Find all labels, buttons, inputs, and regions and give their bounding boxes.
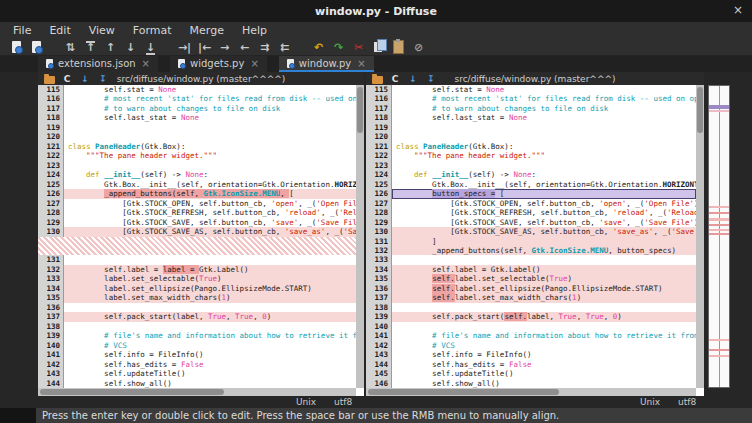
- code-line[interactable]: 140: [366, 322, 696, 331]
- code-line[interactable]: 116 # most recent 'stat' for files read …: [38, 94, 356, 103]
- code-line[interactable]: 146 self.show_all(): [366, 379, 696, 388]
- menu-edit[interactable]: Edit: [40, 22, 79, 39]
- menu-view[interactable]: View: [80, 22, 124, 39]
- code-line[interactable]: 118 self.last_stat = None: [38, 113, 356, 122]
- right-vertical-scrollbar[interactable]: [696, 85, 704, 388]
- open-file-icon[interactable]: [42, 73, 56, 85]
- code-line[interactable]: 123: [366, 161, 696, 170]
- close-window-icon[interactable]: ×: [733, 3, 743, 17]
- code-line[interactable]: 119: [38, 123, 356, 132]
- code-line[interactable]: 121class PaneHeader(Gtk.Box):: [38, 142, 356, 151]
- save-file-as-icon[interactable]: ↧: [424, 73, 438, 85]
- shift-pane-left-icon[interactable]: |←: [196, 40, 213, 55]
- code-line[interactable]: 128 [Gtk.STOCK_REFRESH, self.button_cb, …: [38, 208, 356, 217]
- copy-selection-left-icon[interactable]: ←: [236, 40, 253, 55]
- code-line[interactable]: 136: [38, 303, 356, 312]
- cut-icon[interactable]: ✂: [350, 40, 367, 55]
- code-line[interactable]: 143 self.info = FileInfo(): [366, 350, 696, 359]
- code-line[interactable]: 115 self.stat = None: [366, 85, 696, 94]
- code-line[interactable]: 128 [Gtk.STOCK_REFRESH, self.button_cb, …: [366, 208, 696, 217]
- code-line[interactable]: 117 # to warn about changes to file on d…: [366, 104, 696, 113]
- save-file-as-icon[interactable]: ↧: [96, 73, 110, 85]
- code-line[interactable]: 129 [Gtk.STOCK_SAVE, self.button_cb, 'sa…: [38, 218, 356, 227]
- code-line[interactable]: 143 self.updateTitle(): [38, 369, 356, 378]
- shift-pane-right-icon[interactable]: →|: [176, 40, 193, 55]
- menu-file[interactable]: File: [4, 22, 40, 39]
- tab-close-icon[interactable]: ×: [357, 58, 365, 69]
- left-vertical-scrollbar-thumb[interactable]: [357, 87, 363, 133]
- right-horizontal-scrollbar-thumb[interactable]: [368, 389, 559, 395]
- code-line[interactable]: 129 [Gtk.STOCK_SAVE, self.button_cb, 'sa…: [366, 218, 696, 227]
- paste-icon[interactable]: [390, 40, 407, 55]
- open-file-merge-icon[interactable]: [28, 40, 45, 55]
- realign-all-icon[interactable]: ⇅: [62, 40, 79, 55]
- code-line[interactable]: 137 self.label.set_max_width_chars(1): [366, 293, 696, 302]
- code-line[interactable]: 133 label.set_selectable(True): [38, 274, 356, 283]
- title-bar[interactable]: window.py - Diffuse ×: [0, 0, 752, 23]
- first-difference-icon[interactable]: ↑: [82, 40, 99, 55]
- left-vertical-scrollbar[interactable]: [356, 85, 364, 388]
- left-code-pane[interactable]: 115 self.stat = None116 # most recent 's…: [38, 85, 364, 396]
- code-line[interactable]: 130 [Gtk.STOCK_SAVE_AS, self.button_cb, …: [366, 227, 696, 236]
- undo-icon[interactable]: ↶: [310, 40, 327, 55]
- code-line[interactable]: 130 [Gtk.STOCK_SAVE_AS, self.button_cb, …: [38, 227, 356, 236]
- code-line[interactable]: 131: [38, 255, 356, 264]
- code-line[interactable]: 120: [366, 132, 696, 141]
- code-line[interactable]: 134 self.label = Gtk.Label(): [366, 265, 696, 274]
- last-difference-icon[interactable]: ↓: [142, 40, 159, 55]
- code-line[interactable]: 139 self.pack_start(self.label, True, Tr…: [366, 312, 696, 321]
- code-line[interactable]: 132 _append_buttons(self, Gtk.IconSize.M…: [366, 246, 696, 255]
- code-line[interactable]: 127 [Gtk.STOCK_OPEN, self.button_cb, 'op…: [366, 199, 696, 208]
- menu-format[interactable]: Format: [124, 22, 181, 39]
- code-line[interactable]: 141 # file's name and information about …: [366, 331, 696, 340]
- code-line[interactable]: 139 # file's name and information about …: [38, 331, 356, 340]
- code-line[interactable]: 117 # to warn about changes to file on d…: [38, 104, 356, 113]
- code-line[interactable]: 134 label.set_ellipsize(Pango.EllipsizeM…: [38, 284, 356, 293]
- right-vertical-scrollbar-thumb[interactable]: [697, 87, 703, 133]
- menu-merge[interactable]: Merge: [181, 22, 233, 39]
- merge-from-right-icon[interactable]: ⇇: [276, 40, 293, 55]
- code-line[interactable]: 141 self.info = FileInfo(): [38, 350, 356, 359]
- tab-close-icon[interactable]: ×: [250, 58, 258, 69]
- next-difference-icon[interactable]: ↓: [122, 40, 139, 55]
- code-line[interactable]: 131 ]: [366, 237, 696, 246]
- code-line[interactable]: 144 self.has_edits = False: [366, 360, 696, 369]
- code-line[interactable]: 137 self.pack_start(label, True, True, 0…: [38, 312, 356, 321]
- code-line[interactable]: 123: [38, 161, 356, 170]
- code-line[interactable]: 127 [Gtk.STOCK_OPEN, self.button_cb, 'op…: [38, 199, 356, 208]
- reload-file-icon[interactable]: C: [60, 73, 74, 85]
- code-line[interactable]: 144 self.show_all(): [38, 379, 356, 388]
- right-code-pane[interactable]: 115 self.stat = None116 # most recent 's…: [366, 85, 704, 396]
- left-horizontal-scrollbar[interactable]: [38, 388, 356, 396]
- code-line[interactable]: 132 self.label = label = Gtk.Label(): [38, 265, 356, 274]
- merge-from-left-icon[interactable]: ⇉: [256, 40, 273, 55]
- copy-icon[interactable]: [370, 40, 387, 55]
- code-line[interactable]: 145 self.updateTitle(): [366, 369, 696, 378]
- code-line[interactable]: 115 self.stat = None: [38, 85, 356, 94]
- left-horizontal-scrollbar-thumb[interactable]: [40, 389, 224, 395]
- code-line[interactable]: 125 Gtk.Box.__init__(self, orientation=G…: [366, 180, 696, 189]
- code-line[interactable]: 125 Gtk.Box.__init__(self, orientation=G…: [38, 180, 356, 189]
- menu-help[interactable]: Help: [233, 22, 276, 39]
- save-file-icon[interactable]: ↓: [406, 73, 420, 85]
- new-2way-merge-icon[interactable]: [8, 40, 25, 55]
- code-line[interactable]: 122 """The pane header widget.""": [38, 151, 356, 160]
- diff-overview-map[interactable]: [708, 85, 730, 388]
- redo-icon[interactable]: ↷: [330, 40, 347, 55]
- code-line[interactable]: 124 def __init__(self) -> None:: [366, 170, 696, 179]
- clear-edits-icon[interactable]: ⊘: [410, 40, 427, 55]
- code-line[interactable]: 126 button_specs = [: [366, 189, 696, 198]
- code-line[interactable]: 120: [38, 132, 356, 141]
- code-line[interactable]: 124 def __init__(self) -> None:: [38, 170, 356, 179]
- open-file-icon[interactable]: [370, 73, 384, 85]
- previous-difference-icon[interactable]: ↑: [102, 40, 119, 55]
- code-line[interactable]: 122 """The pane header widget.""": [366, 151, 696, 160]
- tab-window-py[interactable]: window.py×: [279, 56, 374, 72]
- code-line[interactable]: 136 self.label.set_ellipsize(Pango.Ellip…: [366, 284, 696, 293]
- tab-close-icon[interactable]: ×: [142, 58, 150, 69]
- code-line[interactable]: 135 self.label.set_selectable(True): [366, 274, 696, 283]
- code-line[interactable]: 116 # most recent 'stat' for files read …: [366, 94, 696, 103]
- code-line[interactable]: 133: [366, 255, 696, 264]
- code-line[interactable]: 140 # VCS: [38, 341, 356, 350]
- code-line[interactable]: 138: [38, 322, 356, 331]
